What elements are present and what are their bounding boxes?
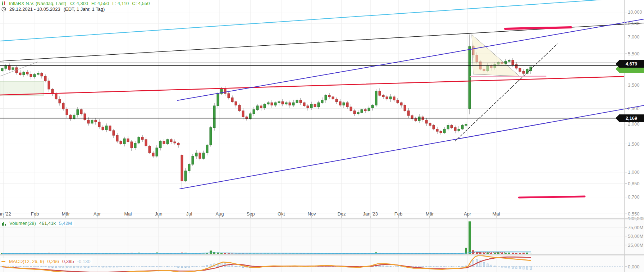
candle [120, 141, 122, 144]
candle [418, 117, 420, 121]
time-axis-scale[interactable] [0, 210, 624, 218]
candle [310, 104, 312, 108]
candle [469, 46, 471, 108]
candle [508, 60, 510, 62]
candle [134, 143, 136, 148]
volume-bar [256, 254, 259, 254]
volume-bar [454, 254, 456, 254]
long-term-red-trendline [0, 77, 624, 95]
candle [238, 105, 241, 111]
candle [454, 128, 456, 131]
candle [318, 103, 320, 107]
candle [364, 110, 366, 111]
candle [66, 109, 68, 115]
candle [181, 155, 183, 181]
volume-bar [504, 253, 507, 254]
candle [296, 100, 298, 103]
candle [271, 103, 273, 105]
candle [138, 137, 140, 143]
volume-indicator-name: Volumen(28) [9, 221, 36, 226]
candle [59, 99, 61, 103]
candle [335, 99, 338, 102]
volume-bar [451, 254, 453, 254]
ohlc-high: H: 4,550 [91, 1, 109, 6]
candle [177, 143, 179, 145]
candle [105, 126, 108, 130]
rising-trendline-upper [178, 19, 644, 100]
pink-support-line [470, 76, 546, 77]
candle [163, 141, 165, 144]
candle [382, 95, 384, 97]
candle [12, 68, 14, 69]
price-axis-scale[interactable] [624, 0, 644, 217]
date-range-row[interactable]: 29.12.2021 - 10.05.2023 (EDT, 1 Jahr, 1 … [1, 6, 106, 12]
candle [443, 129, 446, 133]
candlestick-icon [1, 1, 6, 6]
volume-current-value: 461,41k [39, 221, 56, 226]
candle [224, 89, 226, 94]
candle [131, 142, 133, 148]
candle [433, 126, 435, 129]
candle [278, 101, 280, 103]
candle [256, 106, 259, 110]
candle [300, 100, 302, 103]
volume-bar [490, 253, 492, 254]
candle [274, 103, 277, 105]
candle [116, 135, 118, 141]
candle [145, 140, 147, 146]
volume-bars-icon [1, 221, 6, 226]
volume-bar [210, 250, 212, 254]
volume-bar [522, 253, 525, 254]
candle [113, 131, 115, 135]
volume-bar [235, 254, 237, 254]
candle [328, 95, 330, 97]
candle [400, 103, 402, 105]
candle [465, 124, 467, 126]
candle [149, 146, 151, 153]
candle [519, 68, 521, 72]
candle [350, 107, 352, 111]
macd-tick-label: 0,000 [628, 264, 640, 269]
candle [91, 120, 93, 123]
candle [253, 110, 255, 114]
macd-dash-icon [1, 260, 6, 263]
price-chart-canvas[interactable]: Jan '22FebMärAprMaiJunJulAugSepOktNovDez… [0, 0, 644, 272]
candle [429, 123, 431, 126]
target-marker-top [505, 27, 571, 29]
candle [522, 72, 525, 74]
candle [346, 103, 348, 107]
candle [184, 171, 187, 181]
ohlc-open: O: 4,300 [70, 1, 88, 6]
candle [242, 111, 244, 117]
candle [379, 91, 381, 95]
candle [98, 122, 100, 127]
candle [156, 148, 158, 156]
clock-icon [1, 7, 6, 12]
candle [285, 103, 287, 104]
candle [361, 110, 363, 113]
volume-legend[interactable]: Volumen(28) 461,41k 5,42M [1, 220, 74, 226]
candle [397, 100, 399, 103]
candle [357, 113, 359, 114]
volume-bar [307, 254, 309, 254]
candle [80, 110, 82, 114]
candle [127, 139, 129, 142]
candle [26, 72, 28, 74]
candle [109, 126, 111, 131]
symbol-legend[interactable]: InflaRX N.V. (Nasdaq, Last) O: 4,300 H: … [1, 0, 151, 6]
volume-axis-scale[interactable] [624, 219, 644, 254]
candle [440, 131, 442, 133]
candle [33, 74, 36, 77]
candle [353, 111, 356, 114]
macd-legend[interactable]: MACD(12, 26, 9) 0,266 0,395 -0,130 [1, 258, 92, 264]
candle [41, 73, 43, 76]
candle [44, 76, 46, 81]
candle [386, 97, 388, 99]
candle [23, 72, 25, 75]
candle [425, 120, 428, 123]
volume-bar [292, 254, 294, 254]
candle [375, 91, 377, 105]
candle [451, 126, 453, 128]
macd-value: 0,266 [47, 259, 59, 264]
candle [1, 68, 3, 71]
